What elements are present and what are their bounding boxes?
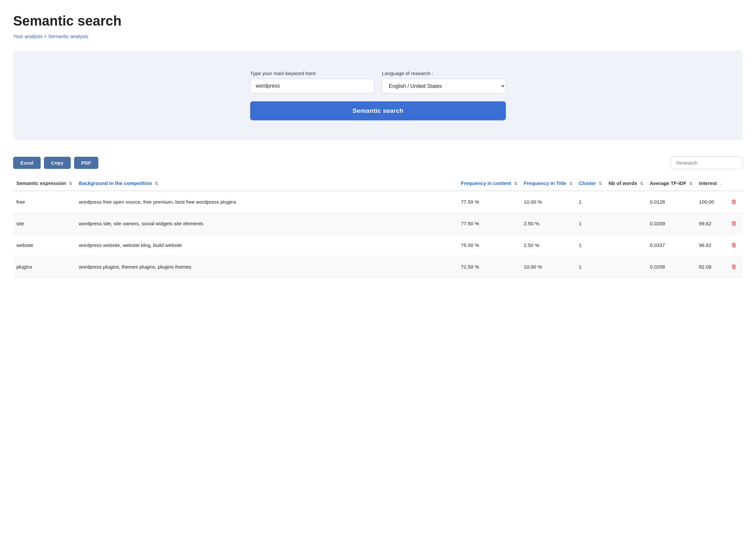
cell-nb-words: [605, 191, 647, 213]
sort-icon-background: ⇅: [155, 181, 158, 186]
sort-icon-semantic: ⇅: [69, 181, 72, 186]
cell-freq-content: 72.50 %: [458, 256, 521, 278]
col-label-freq-title: Frequency in Title: [524, 180, 567, 186]
col-label-cluster: Cluster: [579, 180, 596, 186]
cell-semantic-expression: site: [13, 213, 75, 234]
col-label-avg-tfidf: Average TF-IDF: [650, 180, 686, 186]
cell-freq-title: 2.50 %: [521, 234, 576, 256]
col-header-nb-words[interactable]: Nb of words ⇅: [605, 176, 647, 191]
cell-background: wordpress website, website blog, build w…: [75, 234, 458, 256]
col-label-nb-words: Nb of words: [608, 180, 637, 186]
delete-row-button[interactable]: 🗑: [728, 219, 740, 228]
delete-row-button[interactable]: 🗑: [728, 240, 740, 250]
cell-interest: 99.62: [696, 213, 725, 234]
cell-nb-words: [605, 234, 647, 256]
pdf-button[interactable]: PDF: [74, 157, 98, 169]
col-header-semantic-expression[interactable]: Semantic expression ⇅: [13, 176, 75, 191]
sort-icon-interest: ↓: [720, 181, 722, 186]
col-header-freq-title[interactable]: Frequency in Title ⇅: [521, 176, 576, 191]
cell-cluster: 1: [576, 234, 606, 256]
cell-freq-content: 75.00 %: [458, 234, 521, 256]
cell-semantic-expression: free: [13, 191, 75, 213]
cell-avg-tfidf: 0.0258: [647, 256, 696, 278]
sort-icon-cluster: ⇅: [599, 181, 602, 186]
table-row: plugins wordpress plugins, themes plugin…: [13, 256, 743, 278]
language-label: Language of research :: [382, 71, 506, 76]
cell-nb-words: [605, 213, 647, 234]
cell-semantic-expression: plugins: [13, 256, 75, 278]
sort-icon-avg-tfidf: ⇅: [689, 181, 692, 186]
sort-icon-nb-words: ⇅: [640, 181, 643, 186]
page-title: Semantic search: [13, 13, 743, 29]
sort-icon-freq-title: ⇅: [569, 181, 572, 186]
language-field-group: Language of research : English / United …: [382, 71, 506, 93]
cell-cluster: 1: [576, 191, 606, 213]
keyword-field-group: Type your main keyword here:: [250, 71, 374, 93]
breadcrumb-semantic-analysis[interactable]: Semantic analysis: [48, 33, 88, 39]
table-row: site wordpress site, site owners, social…: [13, 213, 743, 234]
col-label-freq-content: Frequency in content: [461, 180, 511, 186]
table-row: free wordpress free open source, free pr…: [13, 191, 743, 213]
col-header-cluster[interactable]: Cluster ⇅: [576, 176, 606, 191]
cell-action: 🗑: [725, 191, 743, 213]
breadcrumb-separator: >: [44, 33, 47, 39]
cell-interest: 96.62: [696, 234, 725, 256]
cell-background: wordpress free open source, free premium…: [75, 191, 458, 213]
breadcrumb: Your analysis > Semantic analysis: [13, 33, 743, 39]
cell-avg-tfidf: 0.0209: [647, 213, 696, 234]
cell-action: 🗑: [725, 256, 743, 278]
sort-icon-freq-content: ⇅: [514, 181, 517, 186]
cell-interest: 92.08: [696, 256, 725, 278]
copy-button[interactable]: Copy: [44, 157, 71, 169]
col-label-semantic-expression: Semantic expression: [16, 180, 66, 186]
cell-freq-title: 2.50 %: [521, 213, 576, 234]
cell-cluster: 1: [576, 256, 606, 278]
cell-background: wordpress plugins, themes plugins, plugi…: [75, 256, 458, 278]
search-panel: Type your main keyword here: Language of…: [13, 51, 743, 140]
language-select[interactable]: English / United States French / France …: [382, 79, 506, 93]
cell-freq-title: 10.00 %: [521, 256, 576, 278]
delete-row-button[interactable]: 🗑: [728, 262, 740, 272]
col-header-interest[interactable]: Interest ↓: [696, 176, 725, 191]
table-row: website wordpress website, website blog,…: [13, 234, 743, 256]
cell-background: wordpress site, site owners, social widg…: [75, 213, 458, 234]
col-label-interest: Interest: [699, 180, 717, 186]
cell-nb-words: [605, 256, 647, 278]
cell-cluster: 1: [576, 213, 606, 234]
breadcrumb-your-analysis[interactable]: Your analysis: [13, 33, 43, 39]
cell-freq-content: 77.50 %: [458, 191, 521, 213]
cell-action: 🗑: [725, 234, 743, 256]
col-header-freq-content[interactable]: Frequency in content ⇅: [458, 176, 521, 191]
excel-button[interactable]: Excel: [13, 157, 41, 169]
toolbar-left: Excel Copy PDF: [13, 157, 98, 169]
semantic-search-button[interactable]: Semantic search: [250, 101, 506, 120]
toolbar: Excel Copy PDF: [13, 156, 743, 169]
cell-interest: 100.00: [696, 191, 725, 213]
col-header-action: [725, 176, 743, 191]
cell-avg-tfidf: 0.0128: [647, 191, 696, 213]
research-input[interactable]: [671, 156, 743, 169]
delete-row-button[interactable]: 🗑: [728, 197, 740, 207]
cell-freq-title: 10.00 %: [521, 191, 576, 213]
cell-avg-tfidf: 0.0337: [647, 234, 696, 256]
results-table: Semantic expression ⇅ Background in the …: [13, 176, 743, 278]
search-fields: Type your main keyword here: Language of…: [250, 71, 506, 93]
cell-freq-content: 77.50 %: [458, 213, 521, 234]
col-label-background: Background in the competition: [79, 180, 152, 186]
keyword-label: Type your main keyword here:: [250, 71, 374, 76]
col-header-avg-tfidf[interactable]: Average TF-IDF ⇅: [647, 176, 696, 191]
col-header-background[interactable]: Background in the competition ⇅: [75, 176, 458, 191]
cell-action: 🗑: [725, 213, 743, 234]
cell-semantic-expression: website: [13, 234, 75, 256]
keyword-input[interactable]: [250, 79, 374, 93]
